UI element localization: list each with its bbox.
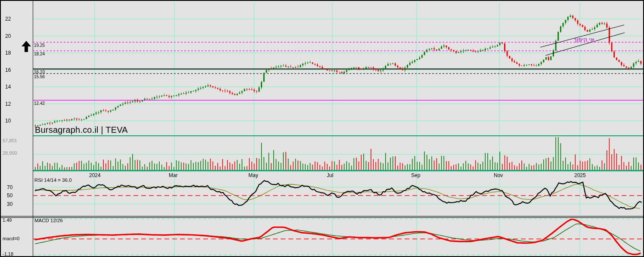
- rsi-scale-label: 70: [7, 185, 12, 190]
- price-level-label: 19.25: [34, 43, 45, 48]
- rsi-indicator-label: RSI 14/14 = 36.0: [34, 178, 72, 183]
- price-tick-label: 14: [5, 84, 11, 89]
- volume-scale-label: 57,801: [3, 138, 17, 143]
- macd-scale-label: -1.18: [3, 252, 13, 257]
- macd-indicator-label: MACD 12/26: [34, 218, 63, 223]
- volume-scale-label: 28,900: [3, 151, 17, 156]
- macd-scale-label: 1.49: [3, 218, 12, 223]
- axis-divider-line: [33, 1, 33, 257]
- price-level-label: 15.56: [34, 75, 45, 79]
- price-level-label: 16.10: [34, 70, 45, 74]
- x-axis-month-label: Mar: [169, 173, 178, 178]
- price-tick-label: 10: [5, 118, 11, 123]
- x-axis-month-label: Nov: [494, 173, 503, 178]
- x-axis-month-label: Jul: [327, 173, 333, 178]
- price-level-label: 18.24: [34, 52, 45, 56]
- rsi-scale-label: 50: [7, 193, 12, 198]
- x-axis-month-label: 2024: [89, 173, 101, 178]
- price-tick-label: 20: [5, 34, 11, 39]
- price-level-label: 12.42: [34, 101, 45, 106]
- rsi-scale-label: 30: [7, 202, 12, 207]
- chart-title: Bursagraph.co.il | TEVA: [35, 125, 128, 134]
- x-axis-month-label: 2025: [574, 173, 586, 178]
- x-axis-month-label: Sep: [411, 173, 420, 178]
- price-tick-label: 16: [5, 67, 11, 73]
- trend-annotation-text: אי היפוך: [573, 37, 594, 43]
- panel-separator[interactable]: [1, 215, 644, 218]
- chart-window: Bursagraph.co.il | TEVA RSI 14/14 = 36.0…: [0, 0, 644, 257]
- price-tick-label: 22: [5, 16, 11, 21]
- price-tick-label: 12: [5, 101, 11, 107]
- price-tick-label: 18: [5, 50, 11, 55]
- up-arrow-icon: [22, 41, 31, 52]
- x-axis-month-label: May: [248, 173, 258, 178]
- macd-zero-label: macd=0: [3, 236, 19, 241]
